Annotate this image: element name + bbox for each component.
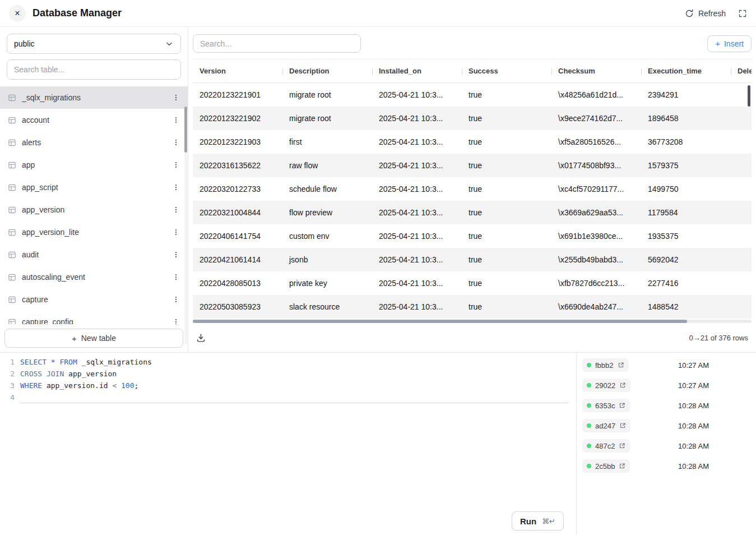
line-number: 1: [0, 356, 15, 368]
external-link-icon[interactable]: [619, 463, 625, 469]
history-item[interactable]: 29022 10:27 AM: [582, 379, 709, 392]
table-cell: 2025-04-21 10:3...: [372, 208, 462, 217]
success-dot-icon: [587, 383, 591, 388]
sidebar-table-item[interactable]: app_version: [0, 199, 188, 221]
sidebar-table-item[interactable]: capture: [0, 288, 188, 311]
column-header-version[interactable]: Version: [193, 67, 282, 75]
sidebar-table-item[interactable]: app_script: [0, 176, 188, 199]
horizontal-scrollbar-thumb[interactable]: [193, 320, 687, 323]
kebab-menu-icon[interactable]: [172, 94, 180, 102]
close-button[interactable]: ×: [9, 5, 26, 22]
sidebar-table-item[interactable]: capture_config: [0, 311, 188, 324]
fullscreen-button[interactable]: [738, 9, 747, 18]
history-pill[interactable]: 29022: [582, 379, 630, 392]
sidebar-table-item[interactable]: autoscaling_event: [0, 266, 188, 288]
column-header-deleted[interactable]: Deleted: [731, 67, 752, 75]
table-row[interactable]: 20220123221902migrate root2025-04-21 10:…: [193, 107, 752, 130]
table-row[interactable]: 20220321004844flow preview2025-04-21 10:…: [193, 201, 752, 224]
history-item[interactable]: 2c5bb 10:28 AM: [582, 459, 709, 473]
column-header-checksum[interactable]: Checksum: [551, 67, 641, 75]
history-time: 10:28 AM: [678, 422, 709, 430]
table-row[interactable]: 20220503085923slack resource2025-04-21 1…: [193, 295, 752, 319]
sql-token: [47, 358, 51, 366]
history-pill[interactable]: 6353c: [582, 399, 630, 412]
schema-select[interactable]: public: [7, 34, 181, 54]
sql-editor[interactable]: 1 SELECT * FROM _sqlx_migrations 2 CROSS…: [0, 353, 576, 535]
refresh-button[interactable]: Refresh: [685, 9, 726, 18]
kebab-menu-icon[interactable]: [172, 228, 180, 236]
refresh-icon: [685, 9, 694, 18]
horizontal-scrollbar[interactable]: [193, 320, 752, 323]
column-header-success[interactable]: Success: [462, 67, 551, 75]
sidebar-scrollbar[interactable]: [184, 107, 187, 344]
table-icon: [8, 183, 16, 192]
kebab-menu-icon[interactable]: [172, 318, 180, 324]
external-link-icon[interactable]: [618, 362, 624, 368]
table-cell: true: [462, 161, 551, 170]
table-row[interactable]: 20220316135622raw flow2025-04-21 10:3...…: [193, 154, 752, 177]
external-link-icon[interactable]: [619, 422, 626, 429]
sidebar-table-item[interactable]: _sqlx_migrations: [0, 86, 188, 109]
table-icon: [8, 228, 16, 237]
column-header-installed_on[interactable]: Installed_on: [372, 67, 462, 75]
history-pill[interactable]: fbbb2: [582, 358, 629, 372]
table-cell: 1179584: [641, 208, 731, 217]
sql-line[interactable]: 1 SELECT * FROM _sqlx_migrations: [0, 356, 576, 368]
external-link-icon[interactable]: [619, 402, 625, 409]
table-row[interactable]: 20220320122733schedule flow2025-04-21 10…: [193, 177, 752, 201]
table-cell: custom env: [282, 232, 372, 241]
kebab-menu-icon[interactable]: [172, 251, 180, 259]
sidebar-table-item[interactable]: audit: [0, 243, 188, 266]
table-row[interactable]: 20220123221903first2025-04-21 10:3...tru…: [193, 130, 752, 154]
history-item[interactable]: 487c2 10:28 AM: [582, 439, 709, 453]
grid-search-input[interactable]: [193, 34, 361, 53]
kebab-menu-icon[interactable]: [172, 139, 180, 146]
table-cell: 2025-04-21 10:3...: [372, 302, 462, 311]
table-item-label: autoscaling_event: [22, 273, 85, 282]
history-time: 10:28 AM: [678, 442, 709, 450]
history-id: 6353c: [595, 402, 615, 410]
column-header-execution_time[interactable]: Execution_time: [641, 67, 731, 75]
run-button[interactable]: Run ⌘↵: [512, 511, 564, 531]
sidebar-table-item[interactable]: alerts: [0, 131, 188, 154]
new-table-button[interactable]: + New table: [4, 329, 183, 348]
download-button[interactable]: [196, 333, 206, 343]
refresh-label: Refresh: [698, 9, 726, 18]
vertical-scrollbar-thumb[interactable]: [748, 85, 750, 107]
sql-code: SELECT * FROM _sqlx_migrations: [20, 356, 568, 368]
history-item[interactable]: 6353c 10:28 AM: [582, 399, 709, 412]
table-row[interactable]: 20220123221901migrate root2025-04-21 10:…: [193, 83, 752, 107]
insert-button[interactable]: + Insert: [707, 35, 752, 52]
table-row[interactable]: 20220421061414jsonb2025-04-21 10:3...tru…: [193, 248, 752, 271]
sidebar-table-item[interactable]: app_version_lite: [0, 221, 188, 243]
sidebar-table-item[interactable]: account: [0, 109, 188, 131]
sql-line[interactable]: 2 CROSS JOIN app_version: [0, 368, 576, 380]
kebab-menu-icon[interactable]: [172, 273, 180, 281]
history-pill[interactable]: 487c2: [582, 439, 630, 453]
history-pill[interactable]: ad247: [582, 419, 630, 432]
history-item[interactable]: fbbb2 10:27 AM: [582, 358, 709, 372]
table-row[interactable]: 20220406141754custom env2025-04-21 10:3.…: [193, 224, 752, 248]
sql-token: SELECT: [20, 358, 47, 366]
sql-line[interactable]: 3 WHERE app_version.id < 100;: [0, 380, 576, 391]
history-item[interactable]: ad247 10:28 AM: [582, 419, 709, 432]
kebab-menu-icon[interactable]: [172, 296, 180, 303]
history-id: ad247: [595, 422, 615, 430]
kebab-menu-icon[interactable]: [172, 206, 180, 214]
kebab-menu-icon[interactable]: [172, 183, 180, 191]
topbar-actions: Refresh: [685, 9, 747, 18]
sidebar-table-item[interactable]: app: [0, 154, 188, 176]
external-link-icon[interactable]: [619, 382, 626, 389]
history-pill[interactable]: 2c5bb: [582, 459, 630, 473]
sidebar-scrollbar-thumb[interactable]: [184, 107, 187, 153]
table-row[interactable]: 20220428085013private key2025-04-21 10:3…: [193, 271, 752, 295]
table-cell: 20220421061414: [193, 255, 282, 264]
external-link-icon[interactable]: [619, 442, 625, 449]
kebab-menu-icon[interactable]: [172, 161, 180, 169]
table-search-input[interactable]: [7, 59, 181, 80]
sql-line[interactable]: 4: [0, 391, 576, 403]
column-header-description[interactable]: Description: [282, 67, 372, 75]
table-icon: [8, 251, 16, 259]
kebab-menu-icon[interactable]: [172, 116, 180, 124]
table-icon: [8, 94, 16, 102]
